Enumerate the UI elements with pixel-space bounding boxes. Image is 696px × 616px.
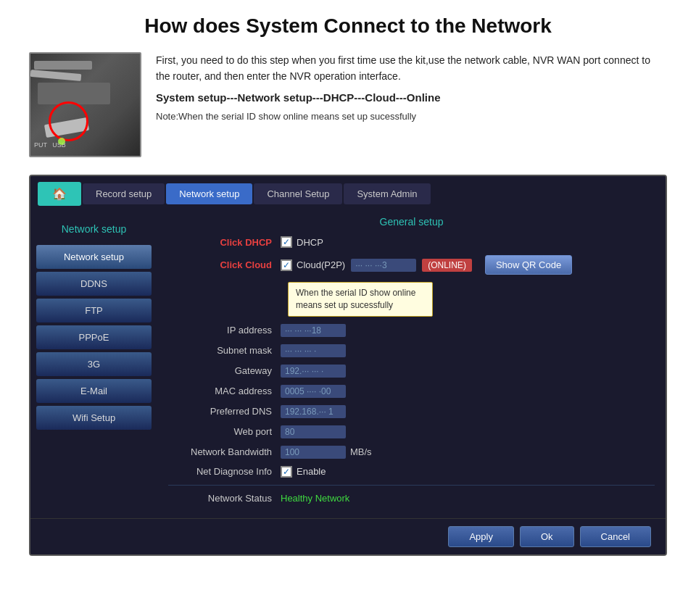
cloud-id: ··· ··· ···3 bbox=[351, 259, 416, 272]
dhcp-text: DHCP bbox=[297, 237, 323, 248]
ip-address-label: IP address bbox=[168, 325, 281, 336]
web-port-row: Web port 80 bbox=[168, 424, 655, 440]
sidebar-item-ddns[interactable]: DDNS bbox=[36, 272, 152, 296]
nvr-screen: 🏠 Record setup Network setup Channel Set… bbox=[29, 175, 667, 556]
home-icon: 🏠 bbox=[52, 188, 67, 200]
gateway-value: 192.··· ··· · bbox=[281, 365, 346, 378]
enable-text: Enable bbox=[297, 466, 326, 477]
web-port-value[interactable]: 80 bbox=[281, 425, 346, 438]
sidebar-item-wifi[interactable]: Wifi Setup bbox=[36, 406, 152, 430]
cloud-row: Click Cloud ✓ Cloud(P2P) ··· ··· ···3 (O… bbox=[168, 254, 655, 276]
bandwidth-label: Network Bandwidth bbox=[168, 446, 281, 457]
tooltip-row: When the serial ID show online means set… bbox=[168, 280, 655, 318]
home-button[interactable]: 🏠 bbox=[38, 182, 81, 206]
dhcp-checkbox-label[interactable]: ✓ DHCP bbox=[281, 236, 323, 248]
network-status-row: Network Status Healthy Network bbox=[168, 491, 655, 505]
section-title: General setup bbox=[168, 216, 655, 228]
intro-note: Note:When the serial ID show online mean… bbox=[156, 109, 667, 125]
sidebar-item-ftp[interactable]: FTP bbox=[36, 299, 152, 322]
net-diagnose-row: Net Diagnose Info ✓ Enable bbox=[168, 465, 655, 479]
tab-channel-setup[interactable]: Channel Setup bbox=[254, 183, 342, 204]
web-port-label: Web port bbox=[168, 426, 281, 437]
online-tooltip: When the serial ID show online means set… bbox=[288, 282, 433, 317]
apply-button[interactable]: Apply bbox=[448, 526, 514, 547]
sidebar-heading: Network setup bbox=[36, 217, 152, 241]
tab-system-admin[interactable]: System Admin bbox=[344, 183, 430, 204]
cloud-checkbox[interactable]: ✓ bbox=[281, 259, 292, 271]
dhcp-row: Click DHCP ✓ DHCP bbox=[168, 235, 655, 249]
bandwidth-value[interactable]: 100 bbox=[281, 446, 346, 459]
intro-text: First, you need to do this step when you… bbox=[156, 52, 667, 157]
nav-bar: 🏠 Record setup Network setup Channel Set… bbox=[30, 176, 666, 212]
network-cable-image: PUT USB bbox=[29, 52, 141, 157]
bandwidth-row: Network Bandwidth 100 MB/s bbox=[168, 444, 655, 460]
sidebar-item-3g[interactable]: 3G bbox=[36, 352, 152, 376]
gateway-row: Gateway 192.··· ··· · bbox=[168, 363, 655, 379]
dns-label: Preferred DNS bbox=[168, 406, 281, 417]
dhcp-value: ✓ DHCP bbox=[281, 236, 323, 248]
ip-address-value: ··· ··· ···18 bbox=[281, 324, 346, 337]
subnet-mask-value: ··· ··· ··· · bbox=[281, 344, 346, 357]
mac-address-value: 0005 ···· ·00 bbox=[281, 385, 346, 398]
enable-checkbox[interactable]: ✓ bbox=[281, 466, 292, 478]
net-diagnose-label: Net Diagnose Info bbox=[168, 466, 281, 477]
cloud-text: Cloud(P2P) bbox=[297, 259, 345, 270]
intro-section: PUT USB First, you need to do this step … bbox=[29, 52, 667, 157]
click-dhcp-label: Click DHCP bbox=[168, 237, 281, 248]
tab-record-setup[interactable]: Record setup bbox=[83, 183, 165, 204]
gateway-label: Gateway bbox=[168, 365, 281, 376]
sidebar-item-email[interactable]: E-Mail bbox=[36, 379, 152, 403]
cloud-checkbox-label[interactable]: ✓ Cloud(P2P) bbox=[281, 259, 345, 271]
sidebar-item-network-setup[interactable]: Network setup bbox=[36, 245, 152, 269]
divider bbox=[168, 485, 655, 486]
sidebar-item-pppoe[interactable]: PPPoE bbox=[36, 325, 152, 349]
click-cloud-label: Click Cloud bbox=[168, 259, 281, 270]
dns-row: Preferred DNS 192.168.··· 1 bbox=[168, 404, 655, 420]
ok-button[interactable]: Ok bbox=[520, 526, 574, 547]
show-qr-button[interactable]: Show QR Code bbox=[485, 255, 572, 275]
subnet-mask-row: Subnet mask ··· ··· ··· · bbox=[168, 343, 655, 359]
right-panel: General setup Click DHCP ✓ DHCP Click Cl… bbox=[157, 212, 666, 518]
bottom-bar: Apply Ok Cancel bbox=[30, 518, 666, 554]
intro-bold-path: System setup---Network setup---DHCP---Cl… bbox=[156, 89, 667, 107]
main-content: Network setup Network setup DDNS FTP PPP… bbox=[30, 212, 666, 518]
page-title: How does System Connect to the Network bbox=[29, 14, 667, 38]
ip-address-row: IP address ··· ··· ···18 bbox=[168, 322, 655, 338]
tab-network-setup[interactable]: Network setup bbox=[166, 183, 252, 204]
cloud-value: ✓ Cloud(P2P) ··· ··· ···3 (ONLINE) Show … bbox=[281, 255, 572, 275]
sidebar: Network setup Network setup DDNS FTP PPP… bbox=[30, 212, 157, 518]
bandwidth-unit: MB/s bbox=[350, 446, 372, 457]
network-status-label: Network Status bbox=[168, 493, 281, 504]
dns-value: 192.168.··· 1 bbox=[281, 405, 346, 418]
mac-address-row: MAC address 0005 ···· ·00 bbox=[168, 383, 655, 399]
network-status-value: Healthy Network bbox=[281, 493, 349, 504]
cancel-button[interactable]: Cancel bbox=[580, 526, 651, 547]
enable-checkbox-label[interactable]: ✓ Enable bbox=[281, 466, 326, 478]
online-badge: (ONLINE) bbox=[422, 259, 472, 272]
dhcp-checkbox[interactable]: ✓ bbox=[281, 236, 292, 248]
intro-paragraph: First, you need to do this step when you… bbox=[156, 52, 667, 85]
subnet-mask-label: Subnet mask bbox=[168, 345, 281, 356]
mac-address-label: MAC address bbox=[168, 386, 281, 396]
